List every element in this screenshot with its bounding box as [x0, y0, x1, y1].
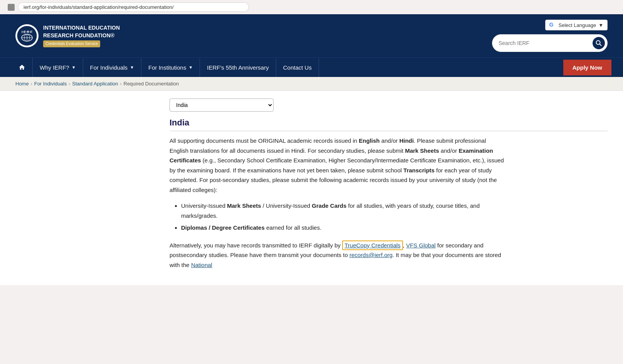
chevron-down-icon: ▼: [130, 65, 134, 70]
country-title: India: [170, 118, 608, 131]
nav-label-contact: Contact Us: [283, 64, 312, 71]
tab-icon: [8, 4, 15, 11]
svg-point-6: [596, 41, 600, 45]
nav-item-for-institutions[interactable]: For Institutions ▼: [141, 58, 200, 77]
logo-image: I·E·R·F: [15, 24, 39, 47]
document-list: University-Issued Mark Sheets / Universi…: [181, 201, 509, 233]
google-icon: G: [549, 22, 556, 28]
breadcrumb: Home › For Individuals › Standard Applic…: [0, 77, 623, 91]
country-dropdown[interactable]: India Afghanistan Albania Algeria Argent…: [170, 99, 274, 112]
search-bar: [492, 34, 608, 52]
nav-item-anniversary[interactable]: IERF's 55th Anniversary: [200, 58, 276, 77]
search-button[interactable]: [593, 37, 605, 49]
site-header: I·E·R·F INTERNATIONAL EDUCATION RESEARCH…: [0, 14, 623, 57]
breadcrumb-home[interactable]: Home: [15, 81, 29, 87]
lang-chevron: ▼: [598, 22, 603, 28]
lang-label: Select Language: [559, 22, 596, 28]
nav-left: Why IERF? ▼ For Individuals ▼ For Instit…: [12, 58, 319, 77]
breadcrumb-sep-3: ›: [120, 81, 122, 87]
list-item: University-Issued Mark Sheets / Universi…: [181, 201, 509, 220]
search-input[interactable]: [499, 40, 593, 46]
browser-bar: ierf.org/for-individuals/standard-applic…: [0, 0, 623, 14]
logo-line2: RESEARCH FOUNDATION®: [43, 32, 120, 40]
breadcrumb-for-individuals[interactable]: For Individuals: [34, 81, 67, 87]
email-link[interactable]: records@ierf.org: [349, 252, 393, 258]
url-bar[interactable]: ierf.org/for-individuals/standard-applic…: [18, 2, 249, 12]
apply-now-button[interactable]: Apply Now: [563, 60, 612, 75]
svg-text:I·E·R·F: I·E·R·F: [22, 30, 33, 34]
chevron-down-icon: ▼: [72, 65, 76, 70]
nav-item-contact[interactable]: Contact Us: [276, 58, 319, 77]
national-link[interactable]: National: [191, 262, 212, 268]
logo-creds: Credentials Evaluation Service: [43, 40, 100, 47]
nav-label-for-individuals: For Individuals: [90, 64, 128, 71]
nav-label-anniversary: IERF's 55th Anniversary: [207, 64, 269, 71]
breadcrumb-sep-2: ›: [69, 81, 70, 87]
main-nav: Why IERF? ▼ For Individuals ▼ For Instit…: [0, 57, 623, 77]
breadcrumb-standard-application[interactable]: Standard Application: [72, 81, 118, 87]
list-item: Diplomas / Degree Certificates earned fo…: [181, 223, 509, 233]
nav-home-button[interactable]: [12, 58, 33, 77]
chevron-down-icon: ▼: [188, 65, 193, 70]
nav-label-why-ierf: Why IERF?: [40, 64, 69, 71]
logo-area: I·E·R·F INTERNATIONAL EDUCATION RESEARCH…: [15, 24, 120, 47]
svg-line-7: [600, 44, 602, 46]
logo-line1: INTERNATIONAL EDUCATION: [43, 24, 120, 32]
main-content: India Afghanistan Albania Algeria Argent…: [0, 91, 623, 285]
logo-text: INTERNATIONAL EDUCATION RESEARCH FOUNDAT…: [43, 24, 120, 47]
breadcrumb-sep-1: ›: [31, 81, 32, 87]
vfs-link[interactable]: VFS Global: [406, 242, 436, 249]
breadcrumb-current: Required Documentation: [124, 81, 179, 87]
alt-paragraph: Alternatively, you may have records tran…: [170, 240, 505, 270]
nav-item-for-individuals[interactable]: For Individuals ▼: [83, 58, 141, 77]
country-select-wrapper: India Afghanistan Albania Algeria Argent…: [170, 99, 608, 112]
nav-item-why-ierf[interactable]: Why IERF? ▼: [33, 58, 83, 77]
nav-label-for-institutions: For Institutions: [148, 64, 186, 71]
language-selector[interactable]: G Select Language ▼: [545, 20, 608, 30]
header-right: G Select Language ▼: [492, 20, 608, 52]
main-paragraph: All supporting documents must be ORIGINA…: [170, 136, 505, 195]
truecopy-link[interactable]: TrueCopy Credentials: [342, 240, 403, 250]
